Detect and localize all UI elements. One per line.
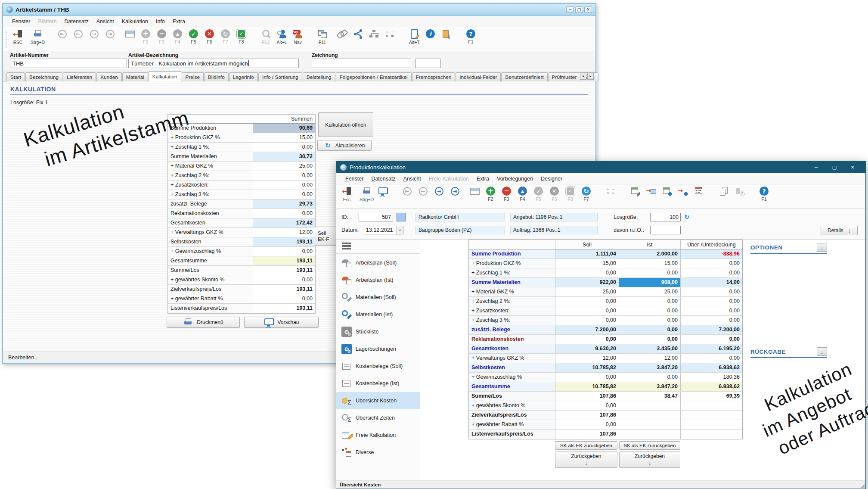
table-row[interactable]: + Zuschlag 1 %: 0,00 0,00 0,00 xyxy=(469,268,742,278)
menu-item[interactable]: Vorbelegungen xyxy=(493,174,537,184)
cross-circle-icon[interactable]: F6 xyxy=(202,29,217,45)
print-icon[interactable]: Strg+D xyxy=(30,29,46,45)
tab[interactable]: Prüfmuster xyxy=(548,72,581,81)
table-wrench-icon[interactable] xyxy=(627,186,643,202)
up-circle-icon[interactable]: F4 xyxy=(170,29,186,45)
sk-als-ek-ist-button[interactable]: SK als EK zurückgeben xyxy=(619,441,680,450)
person-sql-icon[interactable]: Nav xyxy=(290,29,306,45)
tab[interactable]: Info / Sortierung xyxy=(258,72,302,81)
nav-first-icon[interactable] xyxy=(54,29,70,45)
menu-item[interactable]: Extra xyxy=(169,17,189,26)
table-row[interactable]: Zielverkaufspreis/Los 193,11 xyxy=(168,285,315,294)
freie-kalkulation-icon[interactable]: Freie Kalkulation xyxy=(336,427,420,444)
refresh-circle-icon[interactable]: F7 xyxy=(217,29,233,45)
minimize-button[interactable]: ─ xyxy=(566,6,574,13)
titlebar[interactable]: Produktionskalkulation ─ ▢ ✕ xyxy=(336,161,865,173)
delete-help-icon[interactable] xyxy=(732,186,747,202)
table-row[interactable]: + Zuschlag 2 %: 0,00 0,00 0,00 xyxy=(469,297,742,306)
nav-prev-icon[interactable] xyxy=(415,186,431,202)
checkbox-check-icon[interactable]: F8 xyxy=(233,29,249,45)
minus-circle-icon[interactable]: F3 xyxy=(499,186,515,202)
calc-grid-icon[interactable] xyxy=(603,186,619,202)
link-icon[interactable] xyxy=(334,29,350,45)
table-row[interactable]: + gewährter Rabatt % 0,00 xyxy=(168,294,315,304)
check-circle-icon[interactable]: F5 xyxy=(186,29,202,45)
cross-circle-icon[interactable]: F6 xyxy=(546,186,562,202)
calendar-grid-icon[interactable] xyxy=(691,186,707,202)
table-row[interactable]: + Verwaltungs GKZ % 12,00 xyxy=(168,228,315,237)
nav-last-icon[interactable] xyxy=(447,186,463,202)
tab[interactable]: Individual-Felder xyxy=(456,72,501,81)
plus-circle-icon[interactable]: F2 xyxy=(138,29,154,45)
split-pane-icon[interactable] xyxy=(467,186,483,201)
nav-next-icon[interactable] xyxy=(86,29,102,45)
tab[interactable]: Bezeichnung xyxy=(25,72,62,81)
material-ist-icon[interactable]: Materialien (Ist) xyxy=(336,306,420,323)
table-row[interactable]: + Produktion GKZ % 15,00 xyxy=(168,133,315,143)
checkbox-check-icon[interactable]: F8 xyxy=(562,186,578,202)
tab[interactable]: Bildinfo xyxy=(204,72,229,81)
menu-item[interactable]: Datensatz xyxy=(367,174,399,184)
tables-icon[interactable]: F11 xyxy=(314,29,330,45)
info-circle-icon[interactable] xyxy=(422,29,438,45)
person-search-icon[interactable]: Alt+L xyxy=(274,29,290,45)
table-row[interactable]: + Zuschlag 2 %: 0,00 xyxy=(168,171,315,181)
tab-scroll-right-icon[interactable]: ► xyxy=(587,72,594,80)
menu-item[interactable]: Kalkulation xyxy=(118,17,152,26)
table-row[interactable]: Gesamtkosten 172,42 xyxy=(168,218,315,228)
table-row[interactable]: + Zusatzkosten: 0,00 0,00 0,00 xyxy=(469,306,742,316)
sk-als-ek-soll-button[interactable]: SK als EK zurückgeben xyxy=(555,441,617,450)
menu-item[interactable]: Ansicht xyxy=(400,174,425,184)
monitor-icon[interactable] xyxy=(375,186,391,202)
tab[interactable]: Lieferanten xyxy=(63,72,96,81)
uebersicht-kosten-icon[interactable]: Übersicht Kosten xyxy=(336,392,420,409)
maximize-button[interactable]: ▢ xyxy=(575,6,583,13)
table-row[interactable]: + Verwaltungs GKZ % 12,00 12,00 0,00 xyxy=(469,354,742,363)
menu-item[interactable]: Freie Kalkulation xyxy=(425,174,473,184)
menu-item[interactable]: Fenster xyxy=(8,17,34,26)
toolbar-drag-handle-icon[interactable] xyxy=(6,31,7,48)
druckmenue-button[interactable]: Druckmenü xyxy=(167,317,240,328)
table-row[interactable]: zusätzl. Belege 29,73 xyxy=(168,199,315,209)
tab[interactable]: Start xyxy=(6,72,25,81)
nav-first-icon[interactable] xyxy=(399,186,415,202)
table-row[interactable]: Listenverkaufspreis/Los 193,11 xyxy=(168,304,315,313)
table-row[interactable]: Reklamationskosten 0,00 xyxy=(168,209,315,218)
table-row[interactable]: Gesamtkosten 9.630,20 3.435,00 6.195,20 xyxy=(469,344,742,354)
sitemap-icon[interactable] xyxy=(366,29,382,45)
table-row[interactable]: Summe Materialien 30,72 xyxy=(168,152,315,162)
check-circle-icon[interactable]: F5 xyxy=(530,186,546,202)
menu-item[interactable]: Extra xyxy=(473,174,493,184)
nav-last-icon[interactable] xyxy=(102,29,118,45)
zeichnung-input[interactable] xyxy=(312,59,411,68)
table-row[interactable]: + gewährtes Skonto % 0,00 xyxy=(168,275,315,285)
refresh-circle-icon[interactable]: F7 xyxy=(578,186,594,202)
help-circle-icon[interactable]: F1 xyxy=(756,186,772,202)
kostenbelege-ist-icon[interactable]: Kostenbelege (Ist) xyxy=(336,375,420,392)
maximize-button[interactable]: ▢ xyxy=(825,161,843,173)
table-row[interactable]: Gesamtsumme 193,11 xyxy=(168,256,315,266)
tab[interactable]: Benutzerdefiniert xyxy=(501,72,547,81)
nav-next-icon[interactable] xyxy=(431,186,447,202)
datum-input[interactable]: 13.12.2021 ▼ xyxy=(364,226,403,234)
menu-item[interactable]: Datensatz xyxy=(60,17,92,26)
diverse-icon[interactable]: Diverse xyxy=(336,444,420,461)
menu-item[interactable]: Blättern xyxy=(34,17,60,26)
calc-grid-icon[interactable] xyxy=(382,29,398,45)
tab[interactable]: Folgepositionen / Ersatzartikel xyxy=(336,72,412,81)
arrow-box-icon[interactable] xyxy=(643,186,659,202)
arrow-tag-icon[interactable] xyxy=(675,186,691,202)
table-row[interactable]: + gewährter Rabatt % 0,00 xyxy=(469,420,742,430)
artikel-nummer-input[interactable]: THB xyxy=(10,59,127,68)
share-icon[interactable] xyxy=(350,29,366,45)
hardhat-soll-icon[interactable]: Arbeitsplan (Soll) xyxy=(336,254,420,271)
resize-grip-icon[interactable] xyxy=(861,484,865,488)
table-row[interactable]: Selbstkosten 193,11 xyxy=(168,237,315,247)
minus-circle-icon[interactable]: F3 xyxy=(154,29,170,45)
color-swatch[interactable] xyxy=(397,213,406,221)
uebersicht-zeiten-icon[interactable]: Übersicht Zeiten xyxy=(336,409,420,427)
expand-rueckgabe-icon[interactable] xyxy=(817,347,827,356)
search-icon[interactable]: F12 xyxy=(258,29,274,45)
nav-prev-icon[interactable] xyxy=(70,29,86,45)
plus-circle-icon[interactable]: F2 xyxy=(483,186,499,202)
